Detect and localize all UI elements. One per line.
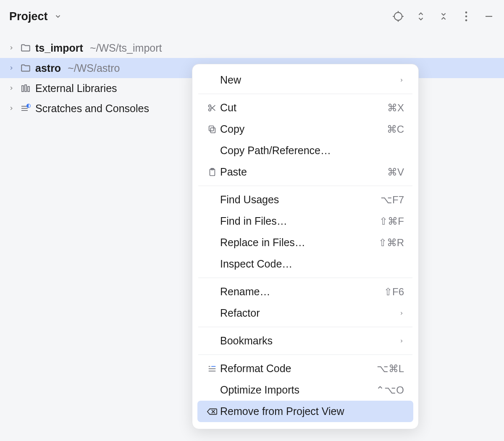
menu-separator [198, 327, 412, 327]
menu-item-cut[interactable]: Cut ⌘X [197, 97, 413, 118]
svg-rect-9 [22, 86, 24, 92]
copy-icon [204, 125, 220, 134]
menu-separator [198, 278, 412, 278]
svg-rect-21 [209, 126, 214, 131]
menu-label: Copy Path/Reference… [220, 144, 404, 157]
more-icon[interactable] [460, 10, 472, 22]
menu-item-reformat-code[interactable]: Reformat Code ⌥⌘L [197, 358, 413, 379]
collapse-all-icon[interactable] [438, 10, 449, 22]
node-path: ~/WS/astro [68, 62, 120, 74]
menu-shortcut: ⌥⌘L [377, 363, 404, 375]
libraries-icon [19, 84, 32, 93]
menu-shortcut: ⇧F6 [384, 286, 404, 298]
menu-item-find-in-files[interactable]: Find in Files… ⇧⌘F [197, 210, 413, 232]
node-label: ts_import [35, 42, 83, 54]
menu-item-new[interactable]: New [197, 69, 413, 91]
menu-separator [198, 354, 412, 355]
clipboard-icon [204, 168, 220, 177]
chevron-right-icon [399, 310, 404, 317]
menu-separator [198, 186, 412, 186]
scratches-icon [19, 104, 32, 113]
chevron-right-icon[interactable] [8, 85, 17, 91]
chevron-right-icon[interactable] [8, 105, 17, 111]
context-menu: New Cut ⌘X Copy ⌘C Copy Path/Reference… … [192, 64, 419, 429]
menu-label: Bookmarks [220, 335, 399, 347]
menu-item-refactor[interactable]: Refactor [197, 302, 413, 324]
node-label: Scratches and Consoles [35, 102, 149, 115]
menu-label: Find Usages [220, 194, 381, 206]
menu-separator [198, 94, 412, 94]
node-label: astro [35, 62, 61, 74]
menu-shortcut: ⌥F7 [381, 194, 404, 206]
menu-label: Cut [220, 102, 387, 114]
expand-collapse-icon[interactable] [415, 10, 427, 22]
minimize-icon[interactable] [483, 10, 495, 22]
menu-shortcut: ⇧⌘F [379, 215, 404, 227]
svg-point-7 [465, 19, 467, 21]
svg-rect-11 [28, 87, 29, 92]
menu-item-replace-in-files[interactable]: Replace in Files… ⇧⌘R [197, 232, 413, 253]
view-selector[interactable]: Project [9, 10, 64, 23]
menu-item-rename[interactable]: Rename… ⇧F6 [197, 281, 413, 302]
scissors-icon [204, 103, 220, 113]
chevron-down-icon [52, 10, 64, 22]
chevron-right-icon[interactable] [8, 65, 17, 71]
menu-item-find-usages[interactable]: Find Usages ⌥F7 [197, 189, 413, 210]
menu-label: Paste [220, 166, 387, 178]
reformat-icon [204, 365, 220, 373]
view-title: Project [9, 10, 48, 23]
menu-item-remove-from-project-view[interactable]: Remove from Project View [197, 401, 413, 422]
header-actions [392, 10, 495, 22]
chevron-right-icon[interactable] [8, 45, 17, 51]
tool-window-header: Project [0, 0, 504, 33]
chevron-right-icon [399, 76, 404, 84]
menu-item-bookmarks[interactable]: Bookmarks [197, 330, 413, 352]
node-label: External Libraries [35, 82, 117, 94]
menu-label: Find in Files… [220, 215, 379, 227]
menu-label: Remove from Project View [220, 405, 404, 417]
menu-item-optimize-imports[interactable]: Optimize Imports ⌃⌥O [197, 379, 413, 401]
folder-icon [19, 43, 32, 52]
menu-label: Copy [220, 123, 387, 135]
menu-shortcut: ⇧⌘R [378, 237, 404, 249]
menu-label: Inspect Code… [220, 258, 404, 270]
svg-point-6 [465, 16, 467, 18]
menu-shortcut: ⌘V [387, 166, 404, 178]
menu-shortcut: ⌘C [387, 123, 404, 135]
svg-point-5 [465, 11, 467, 13]
delete-icon [204, 407, 220, 416]
tree-node-ts-import[interactable]: ts_import ~/WS/ts_import [0, 38, 504, 58]
target-icon[interactable] [392, 10, 404, 22]
menu-label: Rename… [220, 286, 384, 298]
menu-item-copy-path[interactable]: Copy Path/Reference… [197, 140, 413, 161]
node-path: ~/WS/ts_import [90, 42, 162, 54]
svg-point-0 [394, 13, 402, 21]
menu-item-paste[interactable]: Paste ⌘V [197, 161, 413, 183]
menu-label: Reformat Code [220, 362, 377, 375]
menu-shortcut: ⌘X [387, 102, 404, 114]
menu-label: Refactor [220, 307, 399, 319]
menu-shortcut: ⌃⌥O [376, 384, 404, 396]
menu-item-inspect-code[interactable]: Inspect Code… [197, 253, 413, 275]
folder-icon [19, 63, 32, 73]
menu-label: New [220, 74, 399, 86]
menu-label: Replace in Files… [220, 236, 378, 249]
chevron-right-icon [399, 337, 404, 345]
svg-rect-20 [210, 128, 215, 133]
menu-item-copy[interactable]: Copy ⌘C [197, 118, 413, 140]
svg-rect-10 [25, 85, 26, 92]
menu-label: Optimize Imports [220, 384, 376, 396]
